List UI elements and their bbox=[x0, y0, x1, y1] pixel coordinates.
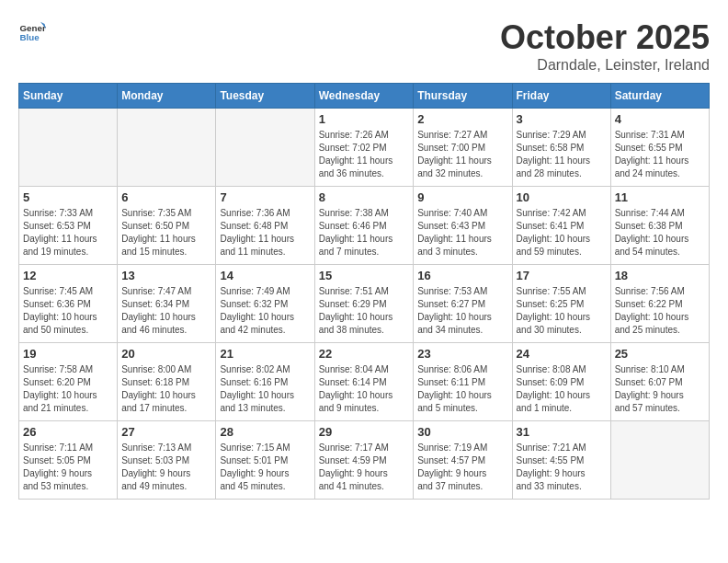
day-number: 6 bbox=[121, 190, 211, 204]
calendar-cell: 14Sunrise: 7:49 AM Sunset: 6:32 PM Dayli… bbox=[216, 265, 314, 343]
location: Darndale, Leinster, Ireland bbox=[500, 57, 710, 74]
weekday-header-saturday: Saturday bbox=[610, 84, 709, 109]
weekday-header-friday: Friday bbox=[512, 84, 610, 109]
weekday-header-sunday: Sunday bbox=[19, 84, 118, 109]
day-info: Sunrise: 7:11 AM Sunset: 5:05 PM Dayligh… bbox=[23, 442, 113, 493]
weekday-header-wednesday: Wednesday bbox=[314, 84, 414, 109]
day-number: 28 bbox=[220, 425, 310, 439]
day-info: Sunrise: 7:26 AM Sunset: 7:02 PM Dayligh… bbox=[319, 129, 410, 180]
calendar-cell: 19Sunrise: 7:58 AM Sunset: 6:20 PM Dayli… bbox=[19, 343, 118, 421]
day-info: Sunrise: 7:36 AM Sunset: 6:48 PM Dayligh… bbox=[220, 207, 310, 259]
day-number: 16 bbox=[417, 269, 507, 282]
week-row-3: 12Sunrise: 7:45 AM Sunset: 6:36 PM Dayli… bbox=[19, 265, 710, 343]
calendar-cell bbox=[216, 109, 314, 187]
day-info: Sunrise: 7:17 AM Sunset: 4:59 PM Dayligh… bbox=[319, 442, 410, 493]
day-info: Sunrise: 7:31 AM Sunset: 6:55 PM Dayligh… bbox=[615, 129, 705, 180]
day-number: 11 bbox=[615, 190, 705, 204]
day-number: 7 bbox=[220, 190, 310, 204]
calendar-cell: 30Sunrise: 7:19 AM Sunset: 4:57 PM Dayli… bbox=[414, 421, 512, 500]
calendar-cell: 12Sunrise: 7:45 AM Sunset: 6:36 PM Dayli… bbox=[19, 265, 118, 343]
calendar-cell: 22Sunrise: 8:04 AM Sunset: 6:14 PM Dayli… bbox=[314, 343, 414, 421]
day-number: 1 bbox=[319, 112, 410, 126]
day-info: Sunrise: 7:38 AM Sunset: 6:46 PM Dayligh… bbox=[319, 207, 410, 259]
calendar-cell: 13Sunrise: 7:47 AM Sunset: 6:34 PM Dayli… bbox=[118, 265, 216, 343]
day-info: Sunrise: 7:13 AM Sunset: 5:03 PM Dayligh… bbox=[121, 442, 211, 493]
svg-text:Blue: Blue bbox=[20, 32, 40, 42]
day-number: 21 bbox=[220, 347, 310, 361]
day-info: Sunrise: 7:42 AM Sunset: 6:41 PM Dayligh… bbox=[517, 207, 607, 259]
day-number: 3 bbox=[517, 112, 607, 126]
logo: General Blue bbox=[18, 18, 46, 46]
day-number: 29 bbox=[319, 425, 410, 439]
calendar-cell: 1Sunrise: 7:26 AM Sunset: 7:02 PM Daylig… bbox=[314, 109, 414, 187]
day-number: 25 bbox=[615, 347, 705, 361]
day-info: Sunrise: 7:45 AM Sunset: 6:36 PM Dayligh… bbox=[23, 285, 113, 337]
calendar-cell: 25Sunrise: 8:10 AM Sunset: 6:07 PM Dayli… bbox=[610, 343, 709, 421]
day-info: Sunrise: 7:56 AM Sunset: 6:22 PM Dayligh… bbox=[615, 285, 705, 337]
calendar-cell: 9Sunrise: 7:40 AM Sunset: 6:43 PM Daylig… bbox=[414, 187, 512, 265]
calendar-cell: 5Sunrise: 7:33 AM Sunset: 6:53 PM Daylig… bbox=[19, 187, 118, 265]
calendar-cell: 6Sunrise: 7:35 AM Sunset: 6:50 PM Daylig… bbox=[118, 187, 216, 265]
day-info: Sunrise: 7:33 AM Sunset: 6:53 PM Dayligh… bbox=[23, 207, 113, 259]
weekday-header-thursday: Thursday bbox=[414, 84, 512, 109]
calendar-cell: 11Sunrise: 7:44 AM Sunset: 6:38 PM Dayli… bbox=[610, 187, 709, 265]
calendar-cell: 24Sunrise: 8:08 AM Sunset: 6:09 PM Dayli… bbox=[512, 343, 610, 421]
day-number: 9 bbox=[417, 190, 507, 204]
day-info: Sunrise: 7:27 AM Sunset: 7:00 PM Dayligh… bbox=[417, 129, 507, 180]
calendar-cell: 29Sunrise: 7:17 AM Sunset: 4:59 PM Dayli… bbox=[314, 421, 414, 500]
week-row-5: 26Sunrise: 7:11 AM Sunset: 5:05 PM Dayli… bbox=[19, 421, 710, 500]
calendar-cell: 8Sunrise: 7:38 AM Sunset: 6:46 PM Daylig… bbox=[314, 187, 414, 265]
calendar-cell: 21Sunrise: 8:02 AM Sunset: 6:16 PM Dayli… bbox=[216, 343, 314, 421]
calendar-cell: 31Sunrise: 7:21 AM Sunset: 4:55 PM Dayli… bbox=[512, 421, 610, 500]
day-number: 4 bbox=[615, 112, 705, 126]
day-info: Sunrise: 8:02 AM Sunset: 6:16 PM Dayligh… bbox=[220, 363, 310, 415]
day-number: 27 bbox=[121, 425, 211, 439]
day-number: 23 bbox=[417, 347, 507, 361]
day-number: 12 bbox=[23, 269, 113, 282]
day-info: Sunrise: 8:06 AM Sunset: 6:11 PM Dayligh… bbox=[417, 363, 507, 415]
day-info: Sunrise: 8:10 AM Sunset: 6:07 PM Dayligh… bbox=[615, 363, 705, 415]
weekday-header-monday: Monday bbox=[118, 84, 216, 109]
day-info: Sunrise: 7:19 AM Sunset: 4:57 PM Dayligh… bbox=[417, 442, 507, 493]
calendar-cell bbox=[118, 109, 216, 187]
day-info: Sunrise: 7:53 AM Sunset: 6:27 PM Dayligh… bbox=[417, 285, 507, 337]
day-info: Sunrise: 7:47 AM Sunset: 6:34 PM Dayligh… bbox=[121, 285, 211, 337]
calendar-cell: 18Sunrise: 7:56 AM Sunset: 6:22 PM Dayli… bbox=[610, 265, 709, 343]
day-number: 30 bbox=[417, 425, 507, 439]
calendar-cell: 3Sunrise: 7:29 AM Sunset: 6:58 PM Daylig… bbox=[512, 109, 610, 187]
day-number: 5 bbox=[23, 190, 113, 204]
calendar-cell: 2Sunrise: 7:27 AM Sunset: 7:00 PM Daylig… bbox=[414, 109, 512, 187]
page-header: General Blue October 2025 Darndale, Lein… bbox=[18, 18, 710, 74]
calendar-cell: 7Sunrise: 7:36 AM Sunset: 6:48 PM Daylig… bbox=[216, 187, 314, 265]
day-info: Sunrise: 7:44 AM Sunset: 6:38 PM Dayligh… bbox=[615, 207, 705, 259]
day-info: Sunrise: 7:15 AM Sunset: 5:01 PM Dayligh… bbox=[220, 442, 310, 493]
day-number: 26 bbox=[23, 425, 113, 439]
calendar-cell: 23Sunrise: 8:06 AM Sunset: 6:11 PM Dayli… bbox=[414, 343, 512, 421]
svg-text:General: General bbox=[20, 23, 47, 33]
day-info: Sunrise: 7:51 AM Sunset: 6:29 PM Dayligh… bbox=[319, 285, 410, 337]
calendar-cell: 27Sunrise: 7:13 AM Sunset: 5:03 PM Dayli… bbox=[118, 421, 216, 500]
calendar-cell: 26Sunrise: 7:11 AM Sunset: 5:05 PM Dayli… bbox=[19, 421, 118, 500]
month-title: October 2025 bbox=[500, 18, 710, 57]
day-number: 10 bbox=[517, 190, 607, 204]
calendar-cell: 20Sunrise: 8:00 AM Sunset: 6:18 PM Dayli… bbox=[118, 343, 216, 421]
day-info: Sunrise: 7:58 AM Sunset: 6:20 PM Dayligh… bbox=[23, 363, 113, 415]
day-info: Sunrise: 7:29 AM Sunset: 6:58 PM Dayligh… bbox=[517, 129, 607, 180]
day-info: Sunrise: 8:00 AM Sunset: 6:18 PM Dayligh… bbox=[121, 363, 211, 415]
day-number: 18 bbox=[615, 269, 705, 282]
calendar-cell: 17Sunrise: 7:55 AM Sunset: 6:25 PM Dayli… bbox=[512, 265, 610, 343]
logo-icon: General Blue bbox=[18, 18, 46, 46]
week-row-4: 19Sunrise: 7:58 AM Sunset: 6:20 PM Dayli… bbox=[19, 343, 710, 421]
weekday-header-tuesday: Tuesday bbox=[216, 84, 314, 109]
weekday-header-row: SundayMondayTuesdayWednesdayThursdayFrid… bbox=[19, 84, 710, 109]
day-info: Sunrise: 7:49 AM Sunset: 6:32 PM Dayligh… bbox=[220, 285, 310, 337]
day-number: 15 bbox=[319, 269, 410, 282]
day-number: 17 bbox=[517, 269, 607, 282]
day-info: Sunrise: 8:04 AM Sunset: 6:14 PM Dayligh… bbox=[319, 363, 410, 415]
day-info: Sunrise: 7:55 AM Sunset: 6:25 PM Dayligh… bbox=[517, 285, 607, 337]
calendar-cell: 15Sunrise: 7:51 AM Sunset: 6:29 PM Dayli… bbox=[314, 265, 414, 343]
day-number: 14 bbox=[220, 269, 310, 282]
calendar-cell bbox=[610, 421, 709, 500]
day-info: Sunrise: 7:35 AM Sunset: 6:50 PM Dayligh… bbox=[121, 207, 211, 259]
title-section: October 2025 Darndale, Leinster, Ireland bbox=[500, 18, 710, 74]
